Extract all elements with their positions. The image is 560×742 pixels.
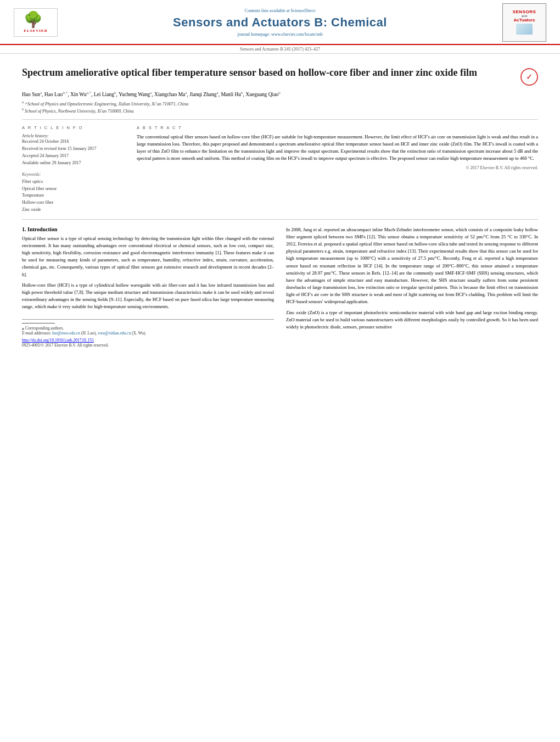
available-online-date: Available online 29 January 2017 [22,160,124,166]
elsevier-tree-icon: 🌳 [24,12,47,27]
email-link-luo[interactable]: luo@nwu.edu.cn [52,331,80,336]
intro-heading: 1. Introduction [22,226,274,232]
abstract-label: A B S T R A C T [137,125,538,130]
issn-line: 0925-4005/© 2017 Elsevier B.V. All right… [22,343,274,348]
body-left-column: 1. Introduction Optical fiber sensor is … [22,226,274,348]
keyword-temperature: Temperature [22,192,124,199]
keyword-optical-fiber-sensor: Optical fiber sensor [22,186,124,193]
keyword-fiber-optics: Fiber optics [22,178,124,186]
journal-title: Sensors and Actuators B: Chemical [71,15,489,30]
divider-1 [22,119,538,120]
abstract-text: The conventional optical fiber sensors b… [137,133,538,163]
sensors-logo-image [516,24,533,35]
copyright-line: © 2017 Elsevier B.V. All rights reserved… [137,165,538,170]
sensors-logo-top-text: SENSORS [513,9,536,14]
corresponding-authors-note: ⁎ Corresponding authors. [22,326,274,331]
journal-homepage-link[interactable]: journal homepage: www.elsevier.com/locat… [71,32,489,37]
intro-paragraph-2: Hollow-core fiber (HCF) is a type of cyl… [22,282,274,311]
sensors-logo-actuators-text: AcTuators [514,18,535,23]
body-right-column: In 2008, Jung et al. reported an ultraco… [286,226,538,348]
article-title-section: Spectrum ameliorative optical fiber temp… [22,62,538,86]
keyword-hollow-core-fiber: Hollow-core fiber [22,199,124,207]
abstract-column: A B S T R A C T The conventional optical… [137,125,538,214]
crossmark-badge: ✓ [520,68,538,86]
article-title: Spectrum ameliorative optical fiber temp… [22,66,520,79]
keywords-label: Keywords: [22,172,124,177]
right-paragraph-1: In 2008, Jung et al. reported an ultraco… [286,226,538,306]
intro-paragraph-1: Optical fiber sensor is a type of optica… [22,235,274,278]
email-link-wu[interactable]: xwu@xidian.edu.cn [98,331,131,336]
article-body: A R T I C L E I N F O Article history: R… [22,125,538,214]
crossmark-icon: ✓ [526,72,533,82]
journal-header-center: Contents lists available at ScienceDirec… [60,8,500,37]
footnote-section: ⁎ Corresponding authors. E-mail addresse… [22,319,274,348]
divider-2 [22,219,538,220]
keyword-zinc-oxide: Zinc oxide [22,207,124,214]
accepted-date: Accepted 24 January 2017 [22,153,124,159]
article-meta-bar: Sensors and Actuators B 245 (2017) 423–4… [0,45,560,54]
two-column-body: 1. Introduction Optical fiber sensor is … [22,226,538,348]
right-paragraph-2: Zinc oxide (ZnO) is a type of important … [286,309,538,331]
affiliation-a: a ᵃ School of Physics and Optoelectronic… [22,101,538,107]
elsevier-logo: 🌳 ELSEVIER [11,8,60,37]
main-content: Spectrum ameliorative optical fiber temp… [0,54,560,359]
authors-line: Hao Suna, Hao Luob,*, Xin Wua,*, Lei Lia… [22,90,538,98]
sciencedirect-link[interactable]: Contents lists available at ScienceDirec… [71,8,489,13]
article-history-label: Article history: [22,133,124,138]
email-addresses-line: E-mail addresses: luo@nwu.edu.cn (H. Luo… [22,331,274,336]
sensors-actuators-logo: SENSORS and AcTuators [500,3,549,42]
received-revised-date: Received in revised form 15 January 2017 [22,146,124,152]
received-date: Received 24 October 2016 [22,138,124,145]
affiliation-b: b School of Physics, Northwest Universit… [22,108,538,114]
journal-header: 🌳 ELSEVIER Contents lists available at S… [0,0,560,45]
elsevier-wordmark: ELSEVIER [24,29,47,33]
article-info-label: A R T I C L E I N F O [22,125,124,130]
article-info-column: A R T I C L E I N F O Article history: R… [22,125,124,214]
doi-line[interactable]: http://dx.doi.org/10.1016/j.snb.2017.01.… [22,338,274,343]
